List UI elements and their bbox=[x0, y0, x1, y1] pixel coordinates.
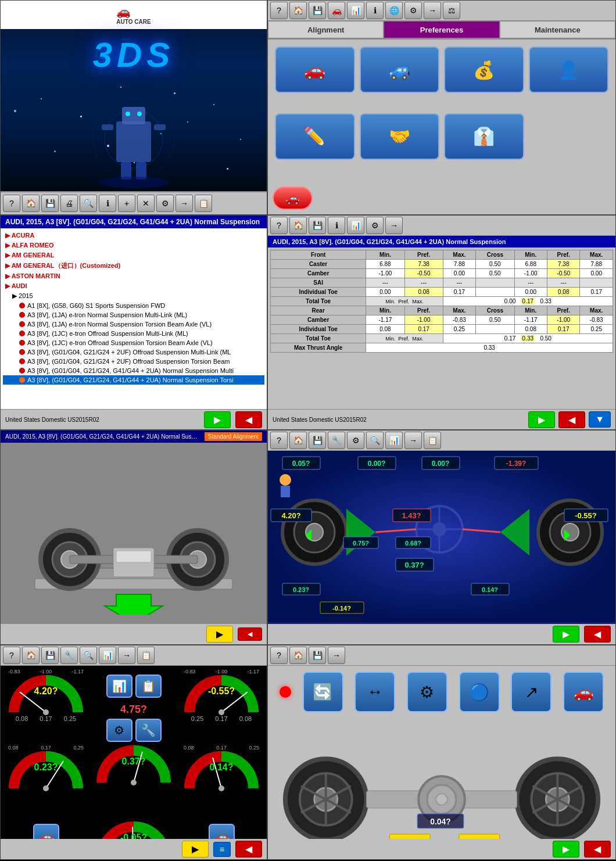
list-item-a3-1ja-ml[interactable]: A3 [8V], (1JA) e-tron Normal Suspension … bbox=[3, 310, 264, 320]
meas-report-btn[interactable]: 📋 bbox=[424, 432, 441, 449]
align-help-btn[interactable]: ? bbox=[270, 217, 288, 234]
info-btn[interactable]: ℹ bbox=[99, 195, 116, 212]
pref-icon-car[interactable]: 🚗 bbox=[275, 46, 355, 93]
pref-icon-car2[interactable]: 🚙 bbox=[360, 46, 440, 93]
close-btn[interactable]: ✕ bbox=[137, 195, 155, 212]
meas-back-btn[interactable]: ◀ bbox=[584, 626, 611, 643]
list-item-a3-g01-normal-ml[interactable]: A3 [8V], (G01/G04, G21/G24, G41/G44 + 2U… bbox=[3, 366, 264, 375]
print-btn[interactable]: 🖨 bbox=[60, 195, 78, 212]
align-next-btn[interactable]: ▶ bbox=[528, 411, 555, 428]
meas-next-btn[interactable]: ▶ bbox=[553, 626, 579, 643]
wheel-back-btn[interactable]: ◀ bbox=[238, 627, 262, 641]
wi-save-btn[interactable]: 💾 bbox=[309, 647, 326, 664]
list-item-alfaromeo[interactable]: ▶ ALFA ROMEO bbox=[3, 241, 264, 250]
list-item-amgeneral[interactable]: ▶ AM GENERAL bbox=[3, 250, 264, 260]
pref-icon-pen[interactable]: ✏️ bbox=[275, 113, 355, 160]
wi-back-btn[interactable]: ◀ bbox=[584, 841, 611, 858]
pref-icon-person[interactable]: 👤 bbox=[529, 46, 609, 93]
meas-save-btn[interactable]: 💾 bbox=[309, 432, 326, 449]
pref-icon-handshake[interactable]: 🤝 bbox=[360, 113, 440, 160]
wi-rotate-btn[interactable]: 🔄 bbox=[303, 672, 343, 712]
wi-car-btn[interactable]: 🚗 bbox=[563, 672, 604, 712]
wi-arrow-btn[interactable]: ↔ bbox=[354, 672, 395, 712]
list-item-a3-1jc-ml[interactable]: A3 [8V], (1JC) e-tron Offroad Suspension… bbox=[3, 329, 264, 338]
help-btn[interactable]: ? bbox=[3, 195, 20, 212]
meas-help-btn[interactable]: ? bbox=[270, 432, 288, 449]
forward-btn[interactable]: → bbox=[176, 195, 193, 212]
gauge-blue-btn[interactable]: ≡ bbox=[213, 842, 231, 857]
wi-help-btn[interactable]: ? bbox=[270, 647, 288, 664]
wi-home-btn[interactable]: 🏠 bbox=[289, 647, 307, 664]
pref-scale-btn[interactable]: ⚖ bbox=[443, 2, 460, 19]
settings-btn[interactable]: ⚙ bbox=[156, 195, 174, 212]
pref-save-btn[interactable]: 💾 bbox=[309, 2, 326, 19]
gauge-forward-btn[interactable]: → bbox=[118, 647, 135, 664]
yellow-next-btn[interactable]: ▶ bbox=[206, 626, 233, 643]
gauge-db-btn[interactable]: 📊 bbox=[99, 647, 116, 664]
pref-home-btn[interactable]: 🏠 bbox=[289, 2, 307, 19]
align-forward-btn[interactable]: → bbox=[385, 217, 403, 234]
list-item-a3-g01-ml[interactable]: A3 [8V], (G01/G04, G21/G24 + 2UF) Offroa… bbox=[3, 347, 264, 357]
gauge-tools-btn[interactable]: 🔧 bbox=[60, 647, 78, 664]
save-btn[interactable]: 💾 bbox=[41, 195, 59, 212]
icon-btn-1[interactable]: 📊 bbox=[106, 675, 132, 698]
search-btn[interactable]: 🔍 bbox=[80, 195, 97, 212]
add-btn[interactable]: + bbox=[118, 195, 135, 212]
align-down-btn[interactable]: ▼ bbox=[589, 411, 611, 428]
meas-db-btn[interactable]: 📊 bbox=[385, 432, 403, 449]
align-home-btn[interactable]: 🏠 bbox=[289, 217, 307, 234]
align-settings-btn[interactable]: ⚙ bbox=[366, 217, 384, 234]
list-item-a3-1jc-vl[interactable]: A3 [8V], (1JC) e-tron Offroad Suspension… bbox=[3, 338, 264, 347]
wi-angle-btn[interactable]: ↗ bbox=[511, 672, 551, 712]
pref-icon-business[interactable]: 👔 bbox=[444, 113, 524, 160]
back-btn[interactable]: ◀ bbox=[235, 411, 262, 428]
pref-forward-btn[interactable]: → bbox=[424, 2, 441, 19]
pref-car-btn[interactable]: 🚗 bbox=[328, 2, 345, 19]
tab-maintenance[interactable]: Maintenance bbox=[500, 21, 615, 38]
list-item-2015[interactable]: ▶ 2015 bbox=[3, 291, 264, 301]
pref-info-btn[interactable]: ℹ bbox=[366, 2, 384, 19]
gauge-help-btn[interactable]: ? bbox=[3, 647, 20, 664]
wi-forward-btn[interactable]: → bbox=[328, 647, 345, 664]
gauge-back-btn[interactable]: ◀ bbox=[235, 841, 262, 858]
gauge-home-btn[interactable]: 🏠 bbox=[22, 647, 40, 664]
list-item-acura[interactable]: ▶ ACURA bbox=[3, 231, 264, 241]
icon-btn-4[interactable]: 🔧 bbox=[135, 719, 162, 742]
pref-icon-money[interactable]: 💰 bbox=[444, 46, 524, 93]
gauge-next-btn[interactable]: ▶ bbox=[182, 841, 209, 858]
tab-preferences[interactable]: Preferences bbox=[384, 21, 499, 38]
pref-globe-btn[interactable]: 🌐 bbox=[385, 2, 403, 19]
tab-alignment[interactable]: Alignment bbox=[268, 21, 384, 38]
align-db-btn[interactable]: 📊 bbox=[347, 217, 364, 234]
align-info-btn[interactable]: ℹ bbox=[328, 217, 345, 234]
next-btn[interactable]: ▶ bbox=[204, 411, 231, 428]
icon-btn-3[interactable]: ⚙ bbox=[106, 719, 132, 742]
gauge-zoom-btn[interactable]: 🔍 bbox=[80, 647, 97, 664]
pref-settings-btn[interactable]: ⚙ bbox=[404, 2, 422, 19]
gauge-save-btn[interactable]: 💾 bbox=[41, 647, 59, 664]
list-item-a3-selected[interactable]: A3 [8V], (G01/G04, G21/G24, G41/G44 + 2U… bbox=[3, 375, 264, 385]
meas-forward-btn[interactable]: → bbox=[404, 432, 422, 449]
meas-zoom-btn[interactable]: 🔍 bbox=[366, 432, 384, 449]
pref-db-btn[interactable]: 📊 bbox=[347, 2, 364, 19]
wi-wheel-btn[interactable]: ⚙ bbox=[407, 672, 447, 712]
list-item-amgeneral-import[interactable]: ▶ AM GENERAL（进口）(Customized) bbox=[3, 260, 264, 271]
report-btn[interactable]: 📋 bbox=[195, 195, 212, 212]
meas-settings-btn[interactable]: ⚙ bbox=[347, 432, 364, 449]
list-item-a3-g01-tb[interactable]: A3 [8V], (G01/G04, G21/G24 + 2UF) Offroa… bbox=[3, 357, 264, 366]
gauge-report-btn[interactable]: 📋 bbox=[137, 647, 155, 664]
meas-home-btn[interactable]: 🏠 bbox=[289, 432, 307, 449]
align-save-btn[interactable]: 💾 bbox=[309, 217, 326, 234]
wi-next-btn[interactable]: ▶ bbox=[553, 841, 579, 858]
icon-btn-2[interactable]: 📋 bbox=[135, 675, 162, 698]
home-btn[interactable]: 🏠 bbox=[22, 195, 40, 212]
pref-red-button[interactable]: 🚗 bbox=[273, 186, 313, 210]
meas-tools-btn[interactable]: 🔧 bbox=[328, 432, 345, 449]
list-item-a3-1ja-vl[interactable]: A3 [8V], (1JA) e-tron Normal Suspension … bbox=[3, 320, 264, 329]
pref-help-btn[interactable]: ? bbox=[270, 2, 288, 19]
list-item-audi[interactable]: ▶ AUDI bbox=[3, 281, 264, 291]
align-back-btn[interactable]: ◀ bbox=[558, 411, 585, 428]
vehicle-list-content[interactable]: ▶ ACURA ▶ ALFA ROMEO ▶ AM GENERAL ▶ AM G… bbox=[1, 228, 267, 409]
list-item-a1[interactable]: A1 [8X], (G58, G60) S1 Sports Suspension… bbox=[3, 301, 264, 310]
list-item-astonmartin[interactable]: ▶ ASTON MARTIN bbox=[3, 271, 264, 281]
